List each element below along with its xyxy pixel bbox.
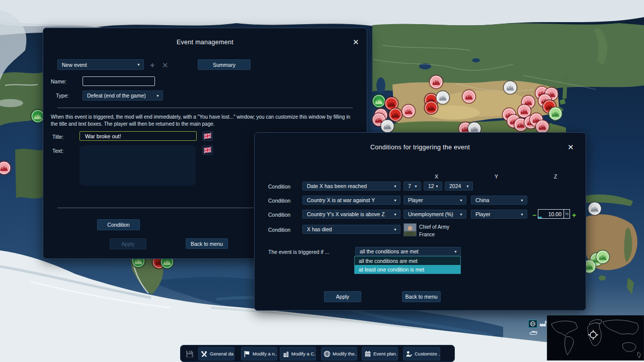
toolbar-modify-world-button[interactable]: Modify the... — [321, 347, 357, 360]
toolbar-general-data-button[interactable]: General da.. — [198, 347, 234, 360]
city-skyline-icon — [428, 106, 435, 111]
city-marker[interactable] — [463, 90, 475, 103]
country-select[interactable]: Player ▼ — [471, 210, 527, 219]
event-select-value: New event — [62, 62, 87, 68]
trigger-mode-value: all the conditions are met — [360, 248, 419, 254]
city-marker[interactable] — [589, 203, 601, 215]
back-to-menu-button[interactable]: Back to menu — [402, 291, 441, 302]
back-to-menu-button[interactable]: Back to menu — [186, 238, 228, 249]
city-skyline-icon — [465, 95, 473, 100]
chevron-down-icon: ▼ — [393, 228, 397, 231]
increase-value-button[interactable]: + — [572, 212, 576, 219]
person-title: Chief of Army — [419, 224, 449, 230]
city-skyline-icon — [521, 109, 528, 115]
conditions-dialog: Conditions for triggering the event ✕ X … — [254, 132, 586, 311]
city-skyline-icon — [507, 85, 514, 91]
decrease-value-button[interactable]: − — [532, 212, 536, 219]
city-skyline-icon — [517, 123, 525, 128]
condition-type-value: X has died — [307, 226, 332, 232]
city-marker[interactable] — [389, 109, 402, 121]
condition-button[interactable]: Condition — [97, 219, 140, 230]
chevron-down-icon: ▼ — [459, 199, 463, 202]
country-x-select[interactable]: Player ▼ — [404, 196, 466, 205]
city-skyline-icon — [375, 118, 383, 123]
calendar-icon — [364, 350, 371, 357]
city-skyline-icon — [388, 102, 395, 107]
apply-button[interactable]: Apply — [324, 291, 361, 302]
text-language-flag-button[interactable] — [202, 145, 213, 155]
flag-icon — [244, 350, 251, 357]
toolbar-modify-city-button[interactable]: Modify a C... — [280, 347, 316, 360]
delete-event-icon[interactable]: ✕ — [162, 61, 169, 69]
toolbar-button-label: Modify the... — [333, 351, 357, 356]
toolbar-modify-nation-button[interactable]: Modify a n... — [241, 347, 277, 360]
city-marker[interactable] — [403, 105, 415, 118]
dialog-title: Conditions for triggering the event — [255, 144, 586, 151]
minimap-world-outline — [547, 316, 643, 360]
condition-row-label: Condition — [268, 212, 290, 218]
city-skyline-icon — [552, 112, 559, 117]
type-select[interactable]: Defeat (end of the game) ▼ — [83, 90, 163, 101]
condition-type-select[interactable]: Country X is at war against Y ▼ — [302, 196, 400, 205]
trigger-option-any[interactable]: at least one condition is met — [355, 265, 460, 274]
city-marker[interactable] — [32, 110, 44, 123]
chevron-down-icon: ▼ — [393, 213, 397, 216]
city-marker[interactable] — [518, 105, 531, 118]
add-event-icon[interactable]: ＋ — [148, 61, 156, 68]
title-input[interactable] — [79, 131, 197, 141]
minimap-globe-button[interactable] — [528, 320, 537, 328]
city-marker[interactable] — [430, 76, 443, 88]
name-input[interactable] — [83, 76, 155, 86]
event-select[interactable]: New event ▼ — [57, 59, 144, 70]
apply-button[interactable]: Apply — [110, 238, 146, 249]
city-skyline-icon — [591, 207, 599, 212]
condition-type-select[interactable]: X has died ▼ — [302, 225, 400, 234]
trigger-mode-select[interactable]: all the conditions are met ▼ — [355, 247, 461, 256]
chevron-down-icon: ▼ — [435, 185, 439, 188]
close-icon[interactable]: ✕ — [353, 38, 359, 46]
summary-button[interactable]: Summary — [198, 59, 251, 70]
variable-select[interactable]: Unemployment (%) ▼ — [404, 210, 466, 219]
text-label: Text: — [52, 148, 63, 154]
chevron-down-icon: ▼ — [414, 185, 418, 188]
city-marker[interactable] — [437, 92, 449, 104]
variable-value: Unemployment (%) — [408, 211, 453, 217]
toolbar-customize-button[interactable]: Customize ... — [403, 347, 440, 360]
country-y-select[interactable]: China ▼ — [471, 196, 527, 205]
minimap[interactable] — [547, 315, 644, 360]
close-icon[interactable]: ✕ — [568, 143, 574, 151]
city-marker[interactable] — [381, 120, 394, 133]
tank-icon — [529, 330, 538, 335]
month-select[interactable]: 12 ▼ — [424, 182, 442, 191]
city-marker[interactable] — [373, 95, 385, 108]
chevron-down-icon: ▼ — [520, 199, 524, 202]
minimap-factory-button[interactable] — [539, 320, 547, 327]
day-select[interactable]: 7 ▼ — [404, 182, 421, 191]
type-select-value: Defeat (end of the game) — [87, 93, 146, 99]
day-value: 7 — [408, 183, 411, 189]
toolbar-button-label: Customize ... — [415, 351, 440, 356]
condition-type-select[interactable]: Country Y's X variable is above Z ▼ — [302, 210, 400, 219]
city-marker[interactable] — [536, 121, 549, 133]
city-marker[interactable] — [549, 108, 562, 120]
city-marker[interactable] — [425, 102, 438, 114]
condition-type-select[interactable]: Date X has been reached ▼ — [302, 182, 400, 191]
minimap-tank-button[interactable] — [529, 330, 538, 335]
column-header-y: Y — [495, 173, 498, 179]
title-language-flag-button[interactable] — [202, 131, 213, 141]
city-marker[interactable] — [504, 81, 517, 94]
toolbar-button-label: Event plan... — [373, 351, 398, 356]
text-textarea[interactable] — [79, 145, 196, 186]
save-icon[interactable] — [185, 349, 194, 358]
city-marker[interactable] — [597, 251, 609, 263]
chevron-down-icon: ▼ — [466, 185, 469, 188]
toolbar-event-planner-button[interactable]: Event plan... — [362, 347, 398, 360]
city-skyline-icon — [1, 166, 8, 171]
threshold-input[interactable]: 10.00 % — [538, 209, 570, 219]
year-select[interactable]: 2024 ▼ — [445, 182, 473, 191]
city-skyline-icon — [375, 99, 383, 105]
trigger-option-all[interactable]: all the conditions are met — [355, 256, 460, 265]
chevron-down-icon: ▼ — [393, 185, 397, 188]
column-header-z: Z — [554, 173, 557, 179]
person-portrait[interactable] — [404, 223, 417, 236]
